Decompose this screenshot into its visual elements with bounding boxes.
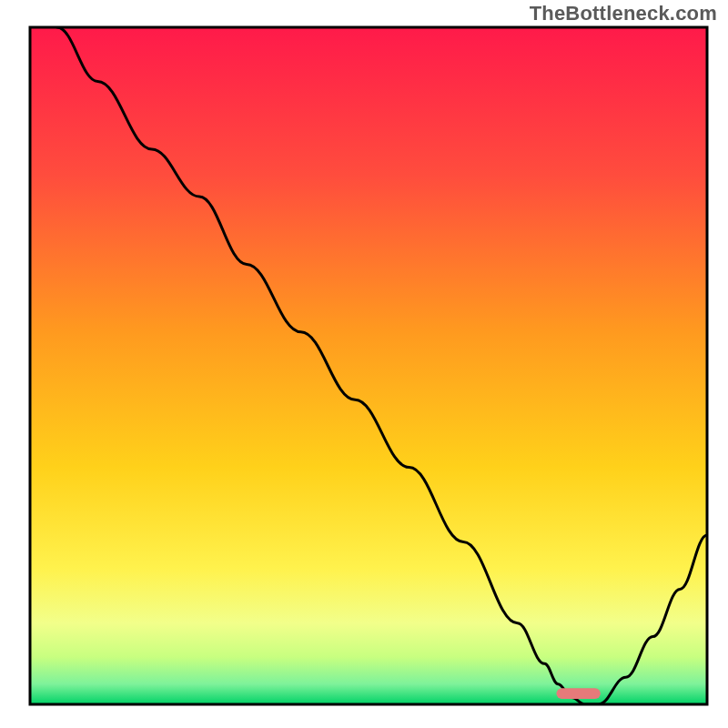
chart-canvas	[0, 0, 728, 728]
watermark-text: TheBottleneck.com	[530, 2, 717, 25]
optimal-marker	[556, 688, 600, 699]
